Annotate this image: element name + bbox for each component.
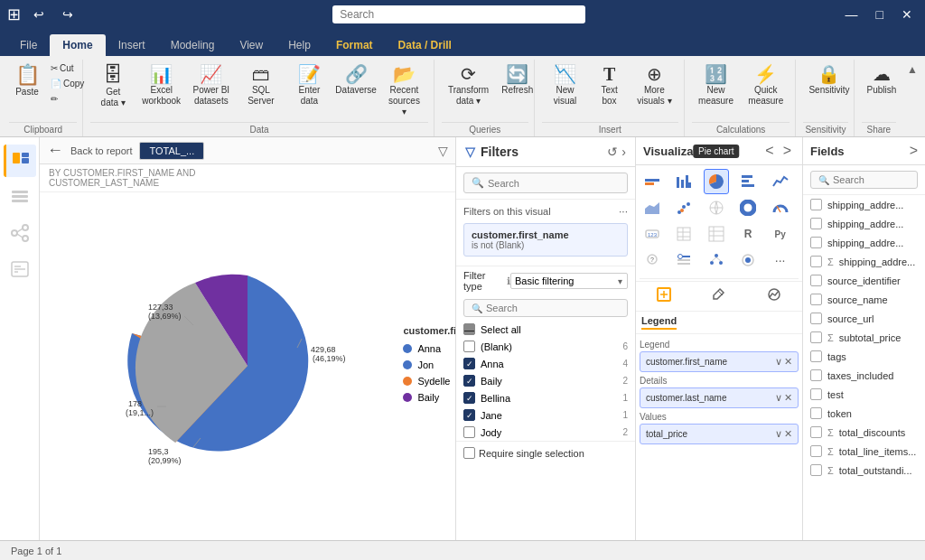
report-view-button[interactable] — [4, 145, 36, 177]
item-blank-check[interactable] — [463, 341, 475, 352]
viz-next-button[interactable]: > — [780, 143, 795, 159]
viz-analytics-tab[interactable] — [747, 282, 802, 311]
filter-item-blank[interactable]: (Blank) 6 — [456, 338, 635, 355]
field-item-shipping1[interactable]: shipping_addre... — [803, 195, 925, 214]
field-check-source-id[interactable] — [810, 275, 822, 286]
sql-button[interactable]: 🗃 SQL Server — [237, 61, 285, 110]
viz-line-chart[interactable] — [768, 169, 793, 194]
viz-bar-chart[interactable] — [735, 169, 761, 194]
field-item-source-url[interactable]: source_url — [803, 309, 925, 328]
field-check-source-url[interactable] — [810, 313, 822, 324]
item-bellina-check[interactable]: ✓ — [463, 392, 475, 404]
viz-python-visual[interactable]: Py — [768, 221, 793, 247]
field-check-test[interactable] — [810, 388, 822, 400]
filter-type-select[interactable]: Basic filtering — [510, 273, 628, 289]
field-check-outstanding[interactable] — [810, 464, 822, 476]
paste-button[interactable]: 📋 Paste — [9, 61, 45, 101]
field-item-total-discounts[interactable]: Σ total_discounts — [803, 423, 925, 442]
details-field-remove[interactable]: ✕ — [784, 392, 792, 404]
ribbon-collapse[interactable]: ▲ — [903, 60, 921, 136]
viz-scatter-chart[interactable] — [671, 195, 696, 220]
transform-data-button[interactable]: ⟳ Transform data ▾ — [442, 61, 495, 110]
copy-button[interactable]: 📄 Copy — [47, 77, 88, 90]
tab-data-drill[interactable]: Data / Drill — [386, 34, 464, 56]
viz-donut[interactable] — [735, 195, 761, 220]
viz-decomp-tree[interactable] — [704, 247, 729, 273]
viz-q-and-a[interactable]: ? — [640, 247, 665, 273]
filter-item-jody[interactable]: Jody 2 — [456, 424, 635, 441]
tab-insert[interactable]: Insert — [106, 34, 158, 56]
dataverse-button[interactable]: 🔗 Dataverse — [333, 61, 378, 99]
viz-matrix[interactable] — [704, 221, 729, 247]
redo-button[interactable]: ↪ — [57, 5, 79, 23]
field-check-taxes[interactable] — [810, 369, 822, 381]
field-check-source-name[interactable] — [810, 294, 822, 305]
values-field-expand[interactable]: ∨ — [775, 428, 782, 440]
field-check-shipping2[interactable] — [810, 218, 822, 229]
legend-field-remove[interactable]: ✕ — [784, 356, 792, 368]
undo-button[interactable]: ↩ — [28, 5, 50, 23]
field-item-source-id[interactable]: source_identifier — [803, 271, 925, 290]
cut-button[interactable]: ✂ Cut — [47, 61, 88, 75]
filter-item-baily[interactable]: ✓ Baily 2 — [456, 372, 635, 389]
field-item-source-name[interactable]: source_name — [803, 290, 925, 309]
fields-search-input[interactable] — [833, 174, 910, 185]
enter-data-button[interactable]: 📝 Enter data — [286, 61, 332, 110]
viz-stacked-bar[interactable] — [640, 169, 665, 194]
viz-r-visual[interactable]: R — [735, 221, 761, 247]
text-box-button[interactable]: T Text box — [590, 61, 629, 110]
dax-view-button[interactable] — [4, 253, 36, 285]
field-item-token[interactable]: token — [803, 404, 925, 423]
field-check-shipping3[interactable] — [810, 237, 822, 248]
filter-item-anna[interactable]: ✓ Anna 4 — [456, 355, 635, 372]
field-item-subtotal[interactable]: Σ subtotal_price — [803, 328, 925, 347]
field-item-total-outstanding[interactable]: Σ total_outstandi... — [803, 461, 925, 480]
tab-help[interactable]: Help — [276, 34, 323, 56]
filters-search-input[interactable] — [488, 178, 620, 189]
fields-expand-button[interactable]: > — [910, 143, 918, 159]
viz-build-tab[interactable] — [636, 282, 691, 311]
model-view-button[interactable] — [4, 217, 36, 249]
maximize-button[interactable]: □ — [871, 5, 889, 23]
field-item-taxes[interactable]: taxes_included — [803, 366, 925, 385]
refresh-button[interactable]: 🔄 Refresh — [497, 61, 537, 99]
filter-item-jane[interactable]: ✓ Jane 1 — [456, 406, 635, 424]
tab-view[interactable]: View — [227, 34, 276, 56]
item-baily-check[interactable]: ✓ — [463, 375, 475, 387]
viz-format-tab[interactable] — [691, 282, 746, 311]
field-item-shipping3[interactable]: shipping_addre... — [803, 233, 925, 252]
data-view-button[interactable] — [4, 181, 36, 213]
tab-file[interactable]: File — [7, 34, 50, 56]
get-data-button[interactable]: 🗄 Get data ▾ — [90, 61, 135, 112]
minimize-button[interactable]: — — [840, 5, 864, 23]
field-check-token[interactable] — [810, 407, 822, 419]
tab-modeling[interactable]: Modeling — [158, 34, 228, 56]
filters-more-button[interactable]: ··· — [619, 205, 628, 218]
pbi-datasets-button[interactable]: 📈 Power BI datasets — [187, 61, 235, 110]
viz-column-chart[interactable] — [671, 169, 696, 194]
viz-gauge[interactable] — [768, 195, 793, 220]
field-item-total-line[interactable]: Σ total_line_items... — [803, 442, 925, 461]
report-filter-icon[interactable]: ▽ — [438, 144, 448, 158]
legend-field-expand[interactable]: ∨ — [775, 356, 782, 368]
field-check-shipping1[interactable] — [810, 199, 822, 210]
tab-format[interactable]: Format — [323, 34, 386, 56]
details-field-expand[interactable]: ∨ — [775, 392, 782, 404]
field-check-total-line[interactable] — [810, 445, 822, 457]
tab-home[interactable]: Home — [50, 34, 105, 56]
filter-item-bellina[interactable]: ✓ Bellina 1 — [456, 389, 635, 406]
sensitivity-button[interactable]: 🔒 Sensitivity — [803, 61, 855, 99]
viz-slicer[interactable] — [671, 247, 696, 273]
viz-prev-button[interactable]: < — [761, 143, 777, 159]
item-jody-check[interactable] — [463, 426, 475, 438]
values-field-remove[interactable]: ✕ — [784, 428, 792, 440]
viz-table[interactable] — [671, 221, 696, 247]
viz-key-influencers[interactable] — [735, 247, 761, 273]
field-check-subtotal[interactable] — [810, 331, 822, 343]
close-button[interactable]: ✕ — [896, 5, 918, 23]
item-anna-check[interactable]: ✓ — [463, 358, 475, 369]
select-all-item[interactable]: — Select all — [456, 321, 635, 338]
quick-measure-button[interactable]: ⚡ Quick measure — [742, 61, 790, 110]
viz-area-chart[interactable] — [640, 195, 665, 220]
viz-card[interactable]: 123 — [640, 221, 665, 247]
